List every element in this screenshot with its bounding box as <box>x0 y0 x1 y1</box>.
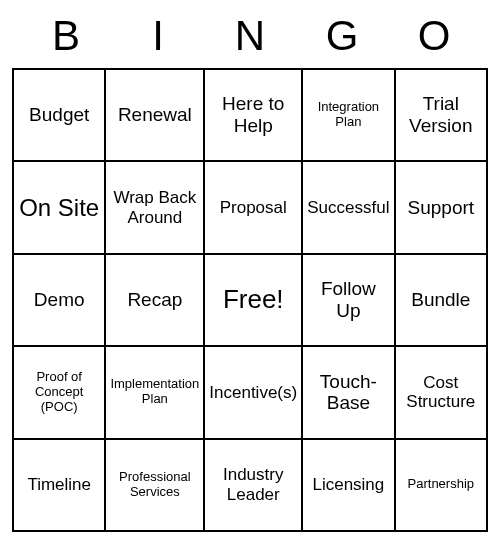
bingo-cell[interactable]: Partnership <box>395 439 487 531</box>
header-letter-i: I <box>112 12 204 60</box>
bingo-cell[interactable]: Implementation Plan <box>105 346 204 438</box>
bingo-cell[interactable]: Integration Plan <box>302 69 394 161</box>
header-letter-o: O <box>388 12 480 60</box>
header-letter-n: N <box>204 12 296 60</box>
bingo-cell[interactable]: Timeline <box>13 439 105 531</box>
bingo-cell[interactable]: On Site <box>13 161 105 253</box>
bingo-cell[interactable]: Cost Structure <box>395 346 487 438</box>
bingo-cell[interactable]: Incentive(s) <box>204 346 302 438</box>
bingo-cell[interactable]: Touch-Base <box>302 346 394 438</box>
bingo-cell-free[interactable]: Free! <box>204 254 302 346</box>
bingo-cell[interactable]: Support <box>395 161 487 253</box>
header-letter-g: G <box>296 12 388 60</box>
bingo-cell[interactable]: Recap <box>105 254 204 346</box>
bingo-cell[interactable]: Bundle <box>395 254 487 346</box>
header-letter-b: B <box>20 12 112 60</box>
bingo-cell[interactable]: Industry Leader <box>204 439 302 531</box>
bingo-cell[interactable]: Here to Help <box>204 69 302 161</box>
bingo-grid: Budget Renewal Here to Help Integration … <box>12 68 488 532</box>
bingo-cell[interactable]: Proof of Concept (POC) <box>13 346 105 438</box>
bingo-cell[interactable]: Demo <box>13 254 105 346</box>
bingo-cell[interactable]: Trial Version <box>395 69 487 161</box>
bingo-cell[interactable]: Follow Up <box>302 254 394 346</box>
bingo-header: B I N G O <box>12 12 488 68</box>
bingo-cell[interactable]: Successful <box>302 161 394 253</box>
bingo-cell[interactable]: Proposal <box>204 161 302 253</box>
bingo-cell[interactable]: Renewal <box>105 69 204 161</box>
bingo-cell[interactable]: Licensing <box>302 439 394 531</box>
bingo-cell[interactable]: Wrap Back Around <box>105 161 204 253</box>
bingo-cell[interactable]: Professional Services <box>105 439 204 531</box>
bingo-cell[interactable]: Budget <box>13 69 105 161</box>
